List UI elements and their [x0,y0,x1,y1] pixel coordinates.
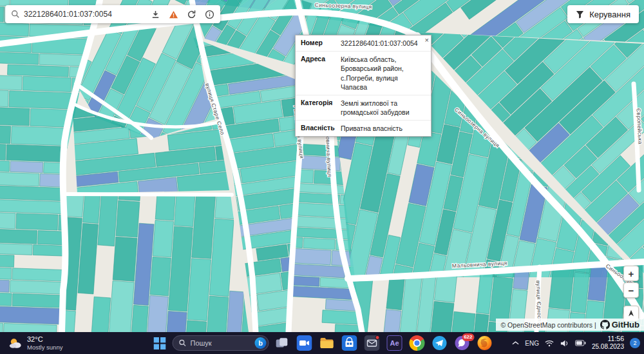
desktop-screen: Синьоозерна вулицявулиця Старе СелоРибал… [0,0,644,354]
taskbar-search-label: Пошук [191,339,251,347]
osm-attribution-link[interactable]: © OpenStreetMap contributors | [500,321,596,329]
zoom-out-button[interactable]: − [623,282,639,298]
map-parcel[interactable] [187,259,211,321]
map-parcel[interactable] [0,108,30,126]
start-button[interactable] [150,333,169,353]
github-link[interactable]: GitHub [600,320,639,329]
map-parcel[interactable] [23,76,71,92]
map-parcel[interactable] [0,52,39,65]
map-attribution: © OpenStreetMap contributors | GitHub [496,319,644,331]
map-parcel[interactable] [0,75,22,90]
battery-button[interactable] [575,340,586,346]
after-effects-button[interactable]: Ae [385,333,404,353]
tray-time: 11:56 [592,335,624,343]
taskbar-search[interactable]: Пошук b [173,335,269,351]
manage-label: Керування [589,10,630,19]
popup-close-button[interactable]: × [425,36,429,44]
map-parcel[interactable] [150,257,171,295]
after-effects-icon: Ae [387,335,402,351]
weather-icon [8,336,23,351]
parcel-info-popup: × Номер 3221286401:01:037:0054 Адреса Ки… [295,35,431,137]
search-icon [179,339,187,347]
map-road [67,194,232,195]
map-parcel[interactable] [0,159,10,172]
folder-icon [319,335,335,351]
map-parcel[interactable] [0,266,12,279]
map-parcel[interactable] [116,201,140,237]
map-parcel[interactable] [16,213,58,230]
firefox-icon [477,335,493,351]
map-parcel[interactable] [12,268,70,282]
bing-icon: b [255,337,267,349]
chrome-icon [410,335,425,351]
telegram-button[interactable] [430,333,450,353]
download-button[interactable] [148,7,162,21]
file-explorer-button[interactable] [317,333,337,353]
hidden-icons-button[interactable] [512,340,519,346]
map-parcel[interactable] [0,88,8,107]
video-app-icon [297,335,312,351]
messenger-badge: 622 [462,333,474,341]
parcel-search-input[interactable] [24,10,144,19]
manage-button[interactable]: Керування [567,5,639,23]
firefox-button[interactable] [475,333,495,353]
popup-row-category: Категорія Землі житлової та громадської … [296,95,431,121]
chevron-up-icon [512,340,519,346]
filter-icon [576,10,584,19]
notification-dot [375,335,380,340]
github-icon [600,320,610,329]
weather-temp: 32°C [27,335,62,344]
map-parcel[interactable] [0,186,68,201]
warning-button[interactable] [166,7,180,21]
map-parcel[interactable] [0,322,3,332]
info-button[interactable] [202,7,216,21]
zoom-in-button[interactable]: + [623,266,639,281]
map-parcel[interactable] [8,64,69,77]
map-parcel[interactable] [0,212,15,229]
notification-badge[interactable]: 2 [630,338,640,348]
task-view-icon [275,336,289,350]
wifi-button[interactable] [545,340,554,347]
store-icon [342,335,357,351]
map-parcel[interactable] [0,124,11,144]
popup-row-address: Адреса Київська область, Броварський рай… [296,52,431,95]
taskbar-center: Пошук b Ae [150,332,495,354]
refresh-button[interactable] [184,7,198,21]
telegram-icon [432,335,448,351]
map-parcel[interactable] [0,4,4,22]
map-parcel[interactable] [153,221,173,257]
map-parcel[interactable] [0,279,9,292]
task-view-button[interactable] [272,333,292,353]
taskbar: 32°C Mostly sunny Пошук b [0,332,644,354]
weather-widget[interactable]: 32°C Mostly sunny [0,332,70,354]
map-parcel[interactable] [0,253,14,267]
map-parcel[interactable] [0,228,37,244]
video-app-button[interactable] [295,333,314,353]
store-button[interactable] [340,333,359,353]
map-parcel[interactable] [0,293,12,306]
map-container: Синьоозерна вулицявулиця Старе СелоРибал… [0,0,644,332]
clock[interactable]: 11:56 25.08.2023 [592,335,624,351]
map-parcel[interactable] [12,293,65,308]
map-parcel[interactable] [10,161,43,173]
chrome-button[interactable] [408,333,427,353]
map-parcel[interactable] [383,310,401,332]
map-parcel[interactable] [113,237,137,281]
map-parcel[interactable] [0,171,39,186]
volume-button[interactable] [560,339,569,348]
wifi-icon [545,340,554,347]
locate-arrow-icon [627,309,636,318]
messenger-button[interactable]: 622 [453,333,472,353]
weather-condition: Mostly sunny [27,344,62,351]
windows-logo-icon [153,337,166,349]
language-indicator[interactable]: ENG [525,340,539,347]
map-parcel[interactable] [0,22,29,36]
popup-row-ownership: Власність Приватна власність [296,121,431,136]
search-icon [11,10,20,19]
tray-date: 25.08.2023 [592,343,624,351]
map-parcel[interactable] [0,142,6,160]
parcel-search-bar [5,5,220,23]
mail-button[interactable] [363,333,382,353]
speaker-icon [560,339,569,348]
map-parcel[interactable] [303,238,335,250]
